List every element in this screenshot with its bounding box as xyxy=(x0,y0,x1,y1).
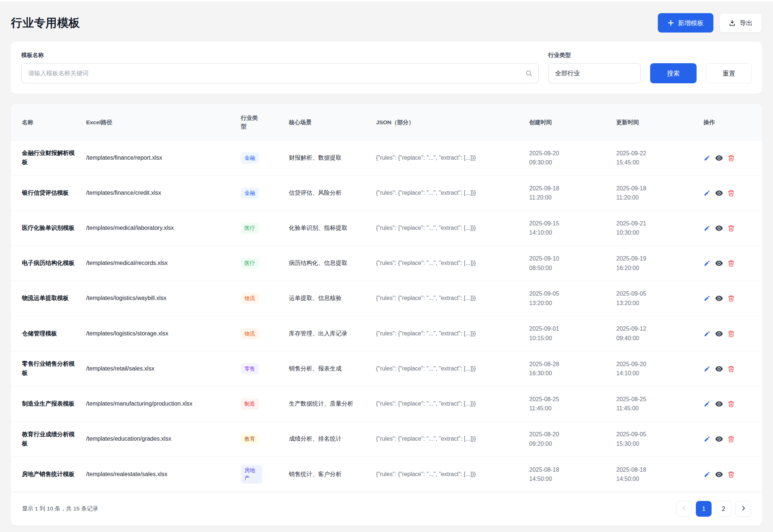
chevron-right-icon xyxy=(740,505,746,513)
table-row: 医疗化验单识别模板 /templates/medical/laboratory.… xyxy=(11,210,762,246)
updated-time: 2025-08-1814:50:00 xyxy=(616,465,698,484)
updated-time: 2025-09-0513:20:00 xyxy=(616,289,698,308)
reset-button[interactable]: 重置 xyxy=(706,63,752,83)
table-row: 银行信贷评估模板 /templates/finance/credit.xlsx … xyxy=(11,175,762,210)
core-scenario: 生产数据统计、质量分析 xyxy=(289,400,353,407)
templates-table: 名称 Excel路径 行业类型 核心场景 JSON（部分） 创建时间 更新时间 … xyxy=(11,104,762,492)
created-time: 2025-09-0513:20:00 xyxy=(529,289,610,308)
edit-icon[interactable] xyxy=(704,330,710,337)
column-header-created: 创建时间 xyxy=(529,104,616,140)
view-icon[interactable] xyxy=(715,435,723,443)
page-header: 行业专用模板 新增模板 导出 xyxy=(11,2,762,33)
excel-path: /templates/education/grades.xlsx xyxy=(86,436,171,442)
industry-badge: 房地产 xyxy=(241,465,262,484)
edit-icon[interactable] xyxy=(704,400,710,407)
table-body: 金融行业财报解析模板 /templates/finance/report.xls… xyxy=(11,140,762,492)
core-scenario: 销售统计、客户分析 xyxy=(289,471,342,477)
page-container: 行业专用模板 新增模板 导出 模板名称 xyxy=(0,2,773,525)
template-name: 制造业生产报表模板 xyxy=(22,400,75,407)
export-button[interactable]: 导出 xyxy=(719,13,762,33)
prev-page-button[interactable] xyxy=(676,501,692,517)
core-scenario: 库存管理、出入库记录 xyxy=(289,330,347,337)
industry-select[interactable]: 全部行业 xyxy=(548,63,641,83)
industry-type-label: 行业类型 xyxy=(548,52,641,59)
edit-icon[interactable] xyxy=(704,365,710,372)
edit-icon[interactable] xyxy=(704,436,710,442)
excel-path: /templates/finance/report.xlsx xyxy=(86,155,162,161)
created-time: 2025-08-2816:30:00 xyxy=(529,360,610,378)
view-icon[interactable] xyxy=(715,224,723,232)
industry-select-value: 全部行业 xyxy=(555,69,580,77)
delete-icon[interactable] xyxy=(728,471,735,478)
edit-icon[interactable] xyxy=(704,190,710,197)
pagination: 1 2 xyxy=(676,501,751,517)
table-row: 金融行业财报解析模板 /templates/finance/report.xls… xyxy=(11,140,762,175)
json-preview: {"rules": {"replace": "...", "extract": … xyxy=(376,260,476,266)
industry-badge: 物流 xyxy=(241,293,259,304)
add-template-label: 新增模板 xyxy=(678,19,704,27)
add-template-button[interactable]: 新增模板 xyxy=(658,13,713,33)
page-button-2[interactable]: 2 xyxy=(716,501,731,517)
delete-icon[interactable] xyxy=(728,400,735,407)
edit-icon[interactable] xyxy=(704,225,710,232)
view-icon[interactable] xyxy=(715,154,723,162)
excel-path: /templates/medical/laboratory.xlsx xyxy=(86,225,174,231)
next-page-button[interactable] xyxy=(735,501,751,517)
created-time: 2025-09-1008:50:00 xyxy=(529,254,610,273)
column-header-scenario: 核心场景 xyxy=(289,104,376,140)
json-preview: {"rules": {"replace": "...", "extract": … xyxy=(376,155,476,161)
view-icon[interactable] xyxy=(715,189,723,197)
core-scenario: 财报解析、数据提取 xyxy=(289,155,342,161)
excel-path: /templates/medical/records.xlsx xyxy=(86,260,167,266)
column-header-name: 名称 xyxy=(11,104,86,140)
industry-badge: 物流 xyxy=(241,328,259,339)
edit-icon[interactable] xyxy=(704,260,710,267)
excel-path: /templates/logistics/waybill.xlsx xyxy=(86,295,166,301)
template-name-label: 模板名称 xyxy=(21,52,539,59)
template-name: 物流运单提取模板 xyxy=(22,295,69,301)
search-icon xyxy=(525,69,533,77)
delete-icon[interactable] xyxy=(728,225,735,232)
delete-icon[interactable] xyxy=(728,330,735,337)
view-icon[interactable] xyxy=(715,294,723,302)
table-row: 仓储管理模板 /templates/logistics/storage.xlsx… xyxy=(11,316,762,351)
core-scenario: 病历结构化、信息提取 xyxy=(289,260,347,266)
view-icon[interactable] xyxy=(715,365,723,373)
industry-badge: 医疗 xyxy=(241,258,259,269)
edit-icon[interactable] xyxy=(704,471,710,478)
delete-icon[interactable] xyxy=(728,190,735,197)
template-name: 电子病历结构化模板 xyxy=(22,260,75,266)
delete-icon[interactable] xyxy=(728,436,735,442)
view-icon[interactable] xyxy=(715,471,723,478)
json-preview: {"rules": {"replace": "...", "extract": … xyxy=(376,400,476,407)
delete-icon[interactable] xyxy=(728,155,735,162)
column-header-actions: 操作 xyxy=(704,104,762,140)
table-footer: 显示 1 到 10 条，共 15 条记录 1 2 xyxy=(11,492,762,525)
view-icon[interactable] xyxy=(715,330,723,338)
page-button-1[interactable]: 1 xyxy=(696,501,712,517)
json-preview: {"rules": {"replace": "...", "extract": … xyxy=(376,365,476,372)
table-row: 教育行业成绩分析模板 /templates/education/grades.x… xyxy=(11,422,762,457)
export-label: 导出 xyxy=(740,19,753,27)
delete-icon[interactable] xyxy=(728,295,735,302)
edit-icon[interactable] xyxy=(704,155,710,162)
template-name-input[interactable] xyxy=(21,63,539,83)
updated-time: 2025-09-0515:30:00 xyxy=(616,430,698,448)
excel-path: /templates/logistics/storage.xlsx xyxy=(86,330,168,337)
records-summary: 显示 1 到 10 条，共 15 条记录 xyxy=(22,505,98,513)
template-name: 零售行业销售分析模板 xyxy=(22,361,75,376)
view-icon[interactable] xyxy=(715,259,723,267)
plus-icon xyxy=(668,20,674,26)
table-header-row: 名称 Excel路径 行业类型 核心场景 JSON（部分） 创建时间 更新时间 … xyxy=(11,104,762,140)
delete-icon[interactable] xyxy=(728,260,735,267)
edit-icon[interactable] xyxy=(704,295,710,302)
core-scenario: 成绩分析、排名统计 xyxy=(289,436,342,442)
updated-time: 2025-09-1811:20:00 xyxy=(616,184,698,202)
view-icon[interactable] xyxy=(715,400,723,408)
search-button[interactable]: 搜索 xyxy=(650,63,697,83)
delete-icon[interactable] xyxy=(728,365,735,372)
updated-time: 2025-09-2215:45:00 xyxy=(616,149,698,167)
core-scenario: 化验单识别、指标提取 xyxy=(289,225,347,231)
updated-time: 2025-09-1916:20:00 xyxy=(616,254,698,273)
industry-badge: 教育 xyxy=(241,433,259,445)
